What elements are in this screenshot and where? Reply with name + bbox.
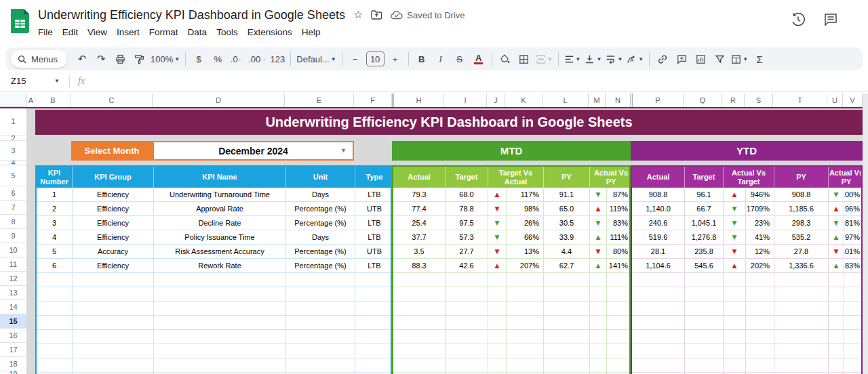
paint-format-button[interactable]	[130, 50, 149, 68]
mtd-cell[interactable]	[607, 273, 631, 287]
bold-button[interactable]: B	[412, 50, 431, 68]
kpi-cell[interactable]	[154, 302, 286, 316]
ytd-cell[interactable]: 946%	[746, 188, 774, 202]
format-currency-button[interactable]: $	[189, 50, 208, 68]
kpi-cell[interactable]	[73, 316, 154, 330]
mtd-cell[interactable]: 117%	[507, 188, 544, 202]
select-all-corner[interactable]	[0, 94, 27, 107]
move-to-folder-icon[interactable]	[371, 10, 382, 20]
kpi-cell[interactable]: Efficiency	[73, 216, 154, 230]
mtd-cell[interactable]	[590, 316, 607, 330]
kpi-cell[interactable]	[355, 358, 392, 373]
ytd-cell[interactable]	[746, 330, 774, 344]
mtd-cell[interactable]	[607, 302, 631, 316]
ytd-cell[interactable]	[774, 344, 829, 358]
mtd-cell[interactable]	[590, 302, 607, 316]
mtd-cell[interactable]	[446, 287, 488, 302]
mtd-cell[interactable]	[544, 330, 590, 344]
mtd-cell[interactable]	[607, 358, 631, 373]
kpi-cell[interactable]: Underwriting Turnaround Time	[154, 188, 286, 202]
create-filter-button[interactable]	[710, 50, 729, 68]
mtd-cell[interactable]	[507, 302, 544, 316]
mtd-cell[interactable]	[446, 273, 488, 287]
kpi-cell[interactable]	[37, 344, 73, 358]
ytd-cell[interactable]: 97%	[844, 230, 863, 245]
mtd-cell[interactable]	[544, 302, 590, 316]
kpi-cell[interactable]	[355, 316, 392, 330]
mtd-cell[interactable]: 66%	[507, 230, 544, 245]
ytd-cell[interactable]: 535.2	[774, 230, 829, 245]
column-header-K[interactable]: K	[505, 94, 542, 107]
increase-font-size-button[interactable]: +	[386, 50, 405, 68]
mtd-cell[interactable]: 97.5	[446, 216, 488, 230]
column-header-V[interactable]: V	[843, 94, 863, 107]
kpi-cell[interactable]	[73, 302, 154, 316]
ytd-cell[interactable]: 235.8	[685, 245, 724, 259]
menu-tools[interactable]: Tools	[212, 25, 243, 39]
ytd-cell[interactable]: 1,104.6	[632, 259, 685, 273]
kpi-cell[interactable]: 6	[37, 259, 73, 273]
mtd-cell[interactable]	[393, 287, 446, 302]
ytd-cell[interactable]	[724, 273, 746, 287]
column-header-L[interactable]: L	[542, 94, 589, 107]
kpi-cell[interactable]	[154, 287, 286, 302]
ytd-cell[interactable]	[746, 358, 774, 373]
mtd-cell[interactable]: 207%	[507, 259, 544, 273]
kpi-cell[interactable]	[355, 344, 392, 358]
kpi-cell[interactable]	[286, 273, 355, 287]
ytd-cell[interactable]	[685, 316, 724, 330]
ytd-cell[interactable]	[829, 302, 844, 316]
row-header-8[interactable]: 8	[0, 215, 27, 229]
mtd-cell[interactable]: 65.0	[544, 202, 590, 216]
mtd-cell[interactable]	[607, 330, 631, 344]
kpi-cell[interactable]	[37, 358, 73, 373]
ytd-cell[interactable]	[724, 287, 746, 302]
table-tools-button[interactable]: ▼	[729, 50, 750, 68]
row-header-12[interactable]: 12	[0, 272, 27, 286]
mtd-cell[interactable]	[393, 316, 446, 330]
mtd-cell[interactable]	[446, 358, 488, 373]
column-header-C[interactable]: C	[71, 94, 153, 107]
kpi-cell[interactable]: LTB	[355, 216, 392, 230]
document-title[interactable]: Underwriting Efficiency KPI Dashboard in…	[38, 8, 345, 22]
kpi-cell[interactable]: Decline Rate	[154, 216, 286, 230]
kpi-cell[interactable]: 2	[37, 202, 73, 216]
ytd-cell[interactable]: 519.6	[632, 230, 685, 245]
mtd-cell[interactable]: 42.6	[446, 259, 488, 273]
kpi-cell[interactable]	[154, 330, 286, 344]
kpi-cell[interactable]	[286, 358, 355, 373]
ytd-cell[interactable]: ▼	[829, 216, 844, 230]
ytd-cell[interactable]	[844, 330, 863, 344]
kpi-cell[interactable]	[286, 344, 355, 358]
ytd-cell[interactable]: 908.8	[632, 188, 685, 202]
ytd-cell[interactable]	[685, 287, 724, 302]
star-icon[interactable]: ☆	[353, 9, 363, 20]
text-wrapping-button[interactable]: ▼	[604, 50, 625, 68]
mtd-cell[interactable]	[507, 273, 544, 287]
mtd-cell[interactable]	[544, 273, 590, 287]
ytd-cell[interactable]	[746, 287, 774, 302]
ytd-cell[interactable]: 23%	[746, 216, 774, 230]
mtd-cell[interactable]	[393, 344, 446, 358]
row-header-4[interactable]: 4	[0, 161, 27, 165]
ytd-cell[interactable]	[774, 302, 829, 316]
kpi-cell[interactable]: Efficiency	[73, 202, 154, 216]
search-menus-button[interactable]: Menus	[11, 50, 67, 68]
kpi-cell[interactable]: Policy Issuance Time	[154, 230, 286, 245]
column-header-S[interactable]: S	[745, 94, 773, 107]
kpi-cell[interactable]	[37, 316, 73, 330]
kpi-cell[interactable]	[154, 316, 286, 330]
column-header-U[interactable]: U	[827, 94, 843, 107]
ytd-cell[interactable]: ▼	[724, 230, 746, 245]
kpi-cell[interactable]: Efficiency	[73, 188, 154, 202]
mtd-cell[interactable]: 33.9	[544, 230, 590, 245]
column-header-D[interactable]: D	[153, 94, 285, 107]
ytd-cell[interactable]: 83%	[844, 259, 863, 273]
mtd-cell[interactable]	[590, 358, 607, 373]
kpi-cell[interactable]: Days	[286, 188, 355, 202]
kpi-cell[interactable]: Efficiency	[73, 230, 154, 245]
menu-file[interactable]: File	[33, 25, 58, 39]
mtd-cell[interactable]: 30.5	[544, 216, 590, 230]
mtd-cell[interactable]: ▲	[590, 259, 607, 273]
ytd-cell[interactable]	[685, 330, 724, 344]
